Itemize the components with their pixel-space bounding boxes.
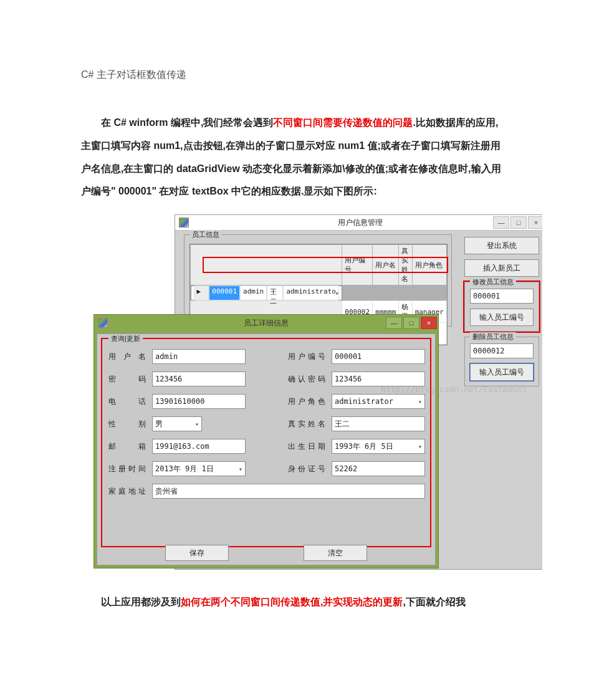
address-row: 家庭地址 贵州省: [108, 484, 424, 499]
cell-role[interactable]: administrato: [283, 285, 338, 300]
main-titlebar: 用户信息管理 — □ ×: [175, 215, 542, 231]
role-select[interactable]: administrator: [332, 394, 425, 409]
main-window-title: 用户信息管理: [175, 218, 542, 228]
phone-input[interactable]: 13901610000: [152, 394, 246, 409]
password-input[interactable]: 123456: [152, 372, 246, 386]
grid-header-row: 用户编号 用户名 真实姓名 用户角色: [191, 245, 447, 285]
minimize-button[interactable]: —: [386, 317, 402, 329]
employee-groupbox: 员工信息 用户编号 用户名 真实姓名 用户角色 ▶: [184, 234, 452, 327]
address-input[interactable]: 贵州省: [152, 484, 425, 499]
col-username[interactable]: 用户名: [373, 245, 399, 285]
form-button-row: 保存 清空: [97, 545, 435, 561]
close-button[interactable]: ×: [421, 317, 437, 329]
modify-input-button[interactable]: 输入员工编号: [470, 309, 534, 326]
modify-employee-id-input[interactable]: 000001: [470, 289, 534, 304]
cell-userid[interactable]: 000001: [209, 285, 240, 300]
save-button[interactable]: 保存: [165, 545, 229, 561]
delete-input-button[interactable]: 输入员工编号: [470, 363, 534, 381]
confirm-input[interactable]: 123456: [332, 372, 425, 386]
regtime-select[interactable]: 2013年 9月 1日: [152, 461, 246, 476]
col-userid[interactable]: 用户编号: [342, 245, 373, 285]
paragraph-2: 以上应用都涉及到如何在两个不同窗口间传递数值,并实现动态的更新,下面就介绍我: [81, 591, 508, 614]
modify-groupbox-legend: 修改员工信息: [470, 277, 516, 287]
delete-employee-id-input[interactable]: 0000012: [470, 343, 534, 358]
birth-select[interactable]: 1993年 6月 5日: [332, 439, 425, 454]
logout-button[interactable]: 登出系统: [464, 237, 539, 254]
screenshot-figure: 用户信息管理 — □ × 员工信息 用户编号: [93, 214, 542, 570]
close-button[interactable]: ×: [528, 216, 542, 229]
para2-red: 如何在两个不同窗口间传递数值,并实现动态的更新: [181, 597, 403, 607]
realname-label: 真实姓名: [288, 419, 325, 429]
document-page: C# 主子对话框数值传递 在 C# winform 编程中,我们经常会遇到不同窗…: [0, 0, 589, 700]
child-titlebar: 员工详细信息 — □ ×: [94, 315, 438, 331]
form-legend: 查询|更新: [108, 334, 143, 343]
regtime-label: 注册时间: [108, 464, 146, 474]
phone-label: 电 话: [108, 396, 146, 407]
para1-suffix: .比如数据库的应用,主窗口填写内容 num1,点击按钮,在弹出的子窗口显示对应 …: [81, 117, 501, 196]
password-label: 密 码: [108, 374, 146, 385]
gender-label: 性 别: [108, 419, 146, 429]
userid-label: 用户编号: [288, 352, 325, 362]
delete-groupbox-legend: 删除员工信息: [470, 332, 516, 342]
birth-label: 出生日期: [288, 441, 325, 452]
delete-employee-groupbox: 删除员工信息 0000012 输入员工编号: [464, 337, 539, 386]
maximize-button[interactable]: □: [403, 317, 419, 329]
cell-realname[interactable]: 王二: [267, 285, 283, 300]
row-marker: ▶: [194, 285, 209, 300]
confirm-label: 确认密码: [288, 374, 325, 385]
userid-input[interactable]: 000001: [332, 349, 425, 364]
gender-select[interactable]: 男: [152, 416, 202, 431]
right-panel: 登出系统 插入新员工 修改员工信息 000001 输入员工编号 删除员工信息 0…: [464, 237, 539, 386]
cell-username[interactable]: admin: [240, 285, 267, 300]
minimize-button[interactable]: —: [493, 216, 509, 229]
realname-input[interactable]: 王二: [332, 416, 425, 431]
para1-red: 不同窗口间需要传递数值的问题: [273, 117, 413, 128]
doc-title: C# 主子对话框数值传递: [81, 69, 508, 82]
para2-prefix: 以上应用都涉及到: [101, 597, 181, 607]
col-role[interactable]: 用户角色: [412, 245, 446, 285]
clear-button[interactable]: 清空: [304, 545, 367, 561]
address-label: 家庭地址: [108, 486, 146, 497]
email-label: 邮 箱: [108, 441, 146, 452]
idcard-label: 身份证号: [288, 464, 325, 474]
child-window-buttons: — □ ×: [386, 317, 437, 329]
username-label: 用户名: [108, 352, 146, 362]
form-grid: 用户名 admin 用户编号 000001 密 码 123456 确认密码 12…: [108, 349, 424, 476]
table-row[interactable]: ▶ 000001 admin 王二 administrato: [191, 285, 342, 300]
para1-prefix: 在 C# winform 编程中,我们经常会遇到: [101, 117, 273, 128]
username-input[interactable]: admin: [152, 349, 246, 364]
role-label: 用户角色: [288, 396, 325, 407]
para2-suffix: ,下面就介绍我: [403, 597, 465, 607]
form-groupbox: 查询|更新 用户名 admin 用户编号 000001 密 码 123456 确…: [101, 338, 431, 547]
email-input[interactable]: 1991@163.com: [152, 439, 246, 454]
maximize-button[interactable]: □: [510, 216, 527, 229]
child-window: 员工详细信息 — □ × 查询|更新 用户名 admin 用户编号 000001: [93, 314, 439, 568]
modify-employee-groupbox: 修改员工信息 000001 输入员工编号: [464, 282, 539, 332]
child-window-body: 查询|更新 用户名 admin 用户编号 000001 密 码 123456 确…: [97, 333, 436, 565]
employee-groupbox-legend: 员工信息: [189, 230, 222, 239]
main-window-buttons: — □ ×: [493, 216, 542, 229]
idcard-input[interactable]: 52262: [332, 461, 425, 476]
col-realname[interactable]: 真实姓名: [399, 245, 412, 285]
insert-employee-button[interactable]: 插入新员工: [464, 259, 539, 277]
paragraph-1: 在 C# winform 编程中,我们经常会遇到不同窗口间需要传递数值的问题.比…: [81, 112, 508, 203]
